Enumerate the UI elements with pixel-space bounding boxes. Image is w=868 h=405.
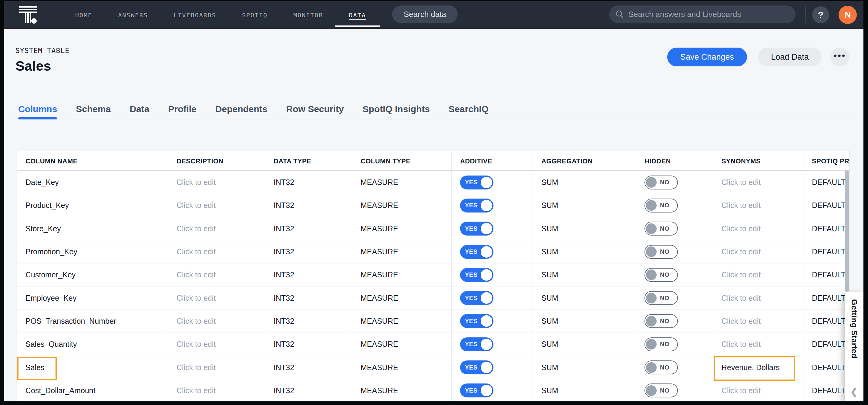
hidden-toggle[interactable]: NO bbox=[645, 291, 678, 305]
nav-item-data[interactable]: DATA bbox=[349, 11, 366, 19]
vertical-scrollbar[interactable] bbox=[845, 170, 849, 292]
cell-synonyms[interactable]: Click to edit bbox=[713, 171, 803, 194]
cell-description[interactable]: Click to edit bbox=[168, 263, 265, 286]
column-header-column-type: COLUMN TYPE bbox=[352, 151, 452, 170]
cell-spotiq-preference[interactable]: DEFAULT bbox=[803, 217, 849, 240]
cell-spotiq-preference[interactable]: DEFAULT bbox=[803, 194, 849, 217]
cell-aggregation[interactable]: SUM bbox=[533, 240, 636, 263]
cell-spotiq-preference[interactable]: DEFAULT bbox=[803, 263, 849, 286]
hidden-toggle[interactable]: NO bbox=[645, 337, 678, 351]
help-button[interactable]: ? bbox=[812, 6, 829, 23]
cell-synonyms[interactable]: Click to edit bbox=[713, 286, 803, 309]
cell-spotiq-preference[interactable]: DEFAULT bbox=[803, 171, 849, 194]
hidden-toggle[interactable]: NO bbox=[645, 383, 678, 398]
more-options-button[interactable]: ••• bbox=[830, 48, 849, 66]
additive-toggle[interactable]: YES bbox=[460, 291, 493, 305]
cell-aggregation[interactable]: SUM bbox=[533, 171, 636, 194]
cell-additive: YES bbox=[452, 310, 533, 333]
tab-spotiq-insights[interactable]: SpotIQ Insights bbox=[363, 99, 430, 119]
cell-synonyms[interactable]: Click to edit bbox=[713, 263, 803, 286]
nav-item-monitor[interactable]: MONITOR bbox=[293, 11, 323, 19]
cell-synonyms[interactable]: Click to edit bbox=[713, 194, 803, 217]
search-data-button[interactable]: Search data bbox=[392, 5, 458, 23]
cell-description[interactable]: Click to edit bbox=[168, 333, 265, 355]
cell-description[interactable]: Click to edit bbox=[168, 379, 265, 401]
global-search[interactable] bbox=[609, 5, 796, 23]
additive-toggle[interactable]: YES bbox=[460, 222, 493, 236]
tab-profile[interactable]: Profile bbox=[168, 99, 196, 119]
cell-description[interactable]: Click to edit bbox=[168, 171, 265, 194]
nav-divider bbox=[805, 6, 806, 23]
cell-spotiq-preference[interactable]: DEFAULT bbox=[803, 240, 849, 263]
additive-toggle[interactable]: YES bbox=[460, 176, 493, 189]
user-avatar[interactable]: N bbox=[839, 6, 857, 24]
nav-item-home[interactable]: HOME bbox=[75, 11, 92, 19]
load-data-button[interactable]: Load Data bbox=[758, 48, 822, 66]
cell-spotiq-preference[interactable]: DEFAULT bbox=[803, 333, 849, 355]
cell-description[interactable]: Click to edit bbox=[168, 194, 265, 217]
cell-column-name: Customer_Key bbox=[17, 263, 168, 286]
cell-description[interactable]: Click to edit bbox=[168, 356, 265, 379]
cell-spotiq-preference[interactable]: DEFAULT bbox=[803, 356, 849, 379]
cell-synonyms[interactable]: Click to edit bbox=[713, 217, 803, 240]
cell-spotiq-preference[interactable]: DEFAULT bbox=[803, 379, 849, 401]
hidden-toggle[interactable]: NO bbox=[645, 222, 678, 236]
cell-aggregation[interactable]: SUM bbox=[533, 263, 636, 286]
table-row-employee_key: Employee_KeyClick to editINT32MEASUREYES… bbox=[17, 286, 849, 310]
nav-item-answers[interactable]: ANSWERS bbox=[118, 11, 148, 19]
cell-description[interactable]: Click to edit bbox=[168, 310, 265, 333]
toggle-label: YES bbox=[465, 318, 478, 325]
collapse-chevron-icon[interactable]: ❮ bbox=[850, 386, 858, 397]
hidden-toggle[interactable]: NO bbox=[645, 176, 678, 189]
cell-synonyms[interactable]: Click to edit bbox=[713, 240, 803, 263]
sales-name-highlight bbox=[17, 357, 57, 380]
cell-aggregation[interactable]: SUM bbox=[533, 194, 636, 217]
cell-column-type: MEASURE bbox=[352, 379, 452, 401]
toggle-label: YES bbox=[465, 364, 478, 371]
cell-description[interactable]: Click to edit bbox=[168, 217, 265, 240]
additive-toggle[interactable]: YES bbox=[460, 268, 493, 282]
table-row-pos_transaction_number: POS_Transaction_NumberClick to editINT32… bbox=[17, 310, 849, 333]
hidden-toggle[interactable]: NO bbox=[645, 361, 678, 374]
cell-synonyms[interactable]: Click to edit bbox=[713, 379, 803, 401]
hidden-toggle[interactable]: NO bbox=[645, 198, 678, 213]
cell-synonyms[interactable]: Click to edit bbox=[713, 333, 803, 355]
tab-row-security[interactable]: Row Security bbox=[286, 99, 344, 119]
toggle-knob bbox=[646, 316, 657, 326]
additive-toggle[interactable]: YES bbox=[460, 361, 493, 374]
cell-synonyms[interactable]: Click to edit bbox=[713, 310, 803, 333]
save-changes-button[interactable]: Save Changes bbox=[667, 48, 747, 66]
cell-data-type: INT32 bbox=[265, 194, 352, 217]
tab-schema[interactable]: Schema bbox=[76, 99, 111, 119]
additive-toggle[interactable]: YES bbox=[460, 337, 493, 351]
global-search-input[interactable] bbox=[628, 9, 793, 20]
cell-description[interactable]: Click to edit bbox=[168, 286, 265, 309]
cell-aggregation[interactable]: SUM bbox=[533, 310, 636, 333]
cell-spotiq-preference[interactable]: DEFAULT bbox=[803, 286, 849, 309]
additive-toggle[interactable]: YES bbox=[460, 314, 493, 328]
hidden-toggle[interactable]: NO bbox=[645, 268, 678, 282]
cell-description[interactable]: Click to edit bbox=[168, 240, 265, 263]
tab-searchiq[interactable]: SearchIQ bbox=[448, 99, 489, 119]
cell-aggregation[interactable]: SUM bbox=[533, 379, 636, 401]
hidden-toggle[interactable]: NO bbox=[645, 245, 678, 259]
nav-item-spotiq[interactable]: SPOTIQ bbox=[242, 11, 268, 19]
additive-toggle[interactable]: YES bbox=[460, 198, 493, 213]
additive-toggle[interactable]: YES bbox=[460, 245, 493, 259]
cell-aggregation[interactable]: SUM bbox=[533, 217, 636, 240]
cell-spotiq-preference[interactable]: DEFAULT bbox=[803, 310, 849, 333]
tab-dependents[interactable]: Dependents bbox=[215, 99, 268, 119]
toggle-knob bbox=[481, 385, 492, 396]
cell-aggregation[interactable]: SUM bbox=[533, 286, 636, 309]
tab-columns[interactable]: Columns bbox=[18, 99, 57, 119]
toggle-label: NO bbox=[660, 364, 669, 371]
nav-item-liveboards[interactable]: LIVEBOARDS bbox=[174, 11, 216, 19]
cell-aggregation[interactable]: SUM bbox=[533, 356, 636, 379]
additive-toggle[interactable]: YES bbox=[460, 383, 493, 398]
tab-data[interactable]: Data bbox=[129, 99, 149, 119]
thoughtspot-logo-icon[interactable] bbox=[19, 6, 37, 24]
object-type-label: SYSTEM TABLE bbox=[16, 47, 69, 55]
getting-started-panel[interactable]: Getting Started ❮ bbox=[845, 292, 863, 401]
hidden-toggle[interactable]: NO bbox=[645, 314, 678, 328]
cell-aggregation[interactable]: SUM bbox=[533, 333, 636, 355]
